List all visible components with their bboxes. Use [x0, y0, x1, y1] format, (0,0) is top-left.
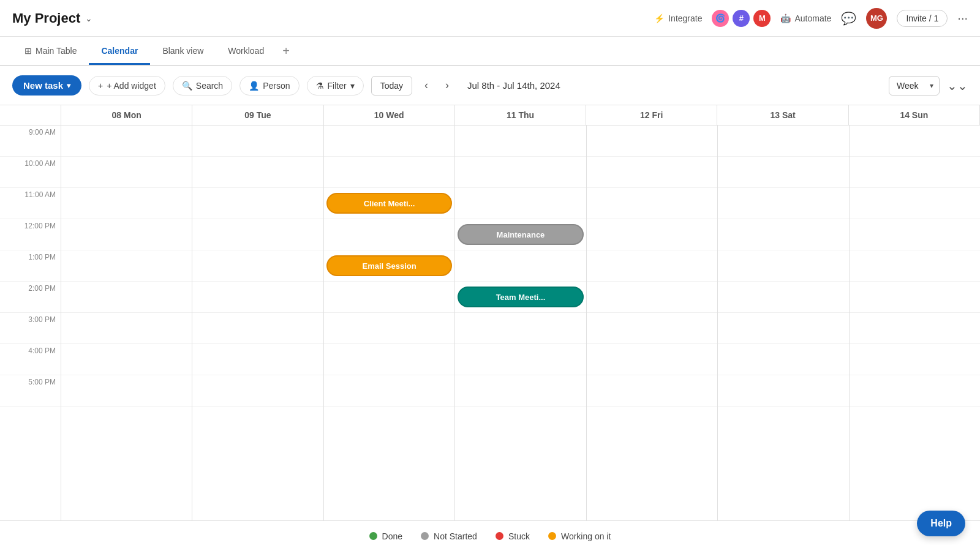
- cell-tue-1[interactable]: [192, 250, 323, 282]
- cell-sun-11[interactable]: [850, 188, 980, 219]
- cell-thu-12[interactable]: Maintenance: [455, 219, 586, 250]
- cell-thu-11[interactable]: [455, 188, 586, 219]
- event-client-meeting[interactable]: Client Meeti...: [326, 193, 452, 214]
- cell-sat-2[interactable]: [718, 282, 848, 313]
- cell-sun-5[interactable]: [850, 375, 980, 407]
- cell-wed-3[interactable]: [324, 313, 454, 344]
- comments-icon[interactable]: 💬: [841, 11, 856, 26]
- automate-button[interactable]: 🤖 Automate: [780, 13, 831, 23]
- filter-button[interactable]: ⚗ Filter ▾: [307, 76, 364, 96]
- cell-sun-12[interactable]: [850, 219, 980, 250]
- event-team-meeting[interactable]: Team Meeti...: [458, 287, 583, 307]
- next-week-button[interactable]: ›: [440, 76, 454, 95]
- cell-sat-9[interactable]: [718, 126, 848, 157]
- cell-sun-9[interactable]: [850, 126, 980, 157]
- cell-thu-10[interactable]: [455, 157, 586, 188]
- help-button[interactable]: Help: [917, 511, 965, 536]
- today-button[interactable]: Today: [371, 76, 412, 96]
- cell-mon-10[interactable]: [61, 157, 192, 188]
- cell-thu-4[interactable]: [455, 344, 586, 375]
- cell-tue-4[interactable]: [192, 344, 323, 375]
- event-email-session[interactable]: Email Session: [326, 255, 452, 276]
- person-button[interactable]: 👤 Person: [239, 76, 299, 96]
- integrate-button[interactable]: ⚡ Integrate: [654, 13, 702, 23]
- cell-wed-9[interactable]: [324, 126, 454, 157]
- cell-mon-3[interactable]: [61, 313, 192, 344]
- cell-sat-1[interactable]: [718, 250, 848, 282]
- day-col-thu[interactable]: Maintenance Team Meeti...: [455, 126, 586, 520]
- cell-tue-9[interactable]: [192, 126, 323, 157]
- cell-sat-11[interactable]: [718, 188, 848, 219]
- cell-wed-1[interactable]: Email Session: [324, 250, 454, 282]
- cell-thu-1[interactable]: [455, 250, 586, 282]
- cell-wed-10[interactable]: [324, 157, 454, 188]
- cell-mon-1[interactable]: [61, 250, 192, 282]
- cell-fri-4[interactable]: [587, 344, 717, 375]
- tab-workload[interactable]: Workload: [216, 39, 276, 65]
- cell-fri-3[interactable]: [587, 313, 717, 344]
- cell-thu-5[interactable]: [455, 375, 586, 407]
- cell-sun-4[interactable]: [850, 344, 980, 375]
- cell-sat-4[interactable]: [718, 344, 848, 375]
- cell-fri-2[interactable]: [587, 282, 717, 313]
- cell-fri-11[interactable]: [587, 188, 717, 219]
- cell-thu-3[interactable]: [455, 313, 586, 344]
- more-options-icon[interactable]: ···: [957, 11, 968, 25]
- prev-week-button[interactable]: ‹: [420, 76, 433, 95]
- cell-wed-2[interactable]: [324, 282, 454, 313]
- cell-fri-12[interactable]: [587, 219, 717, 250]
- cell-mon-9[interactable]: [61, 126, 192, 157]
- day-col-sun[interactable]: [850, 126, 980, 520]
- cell-fri-1[interactable]: [587, 250, 717, 282]
- integration-teams-icon[interactable]: #: [733, 10, 750, 27]
- invite-button[interactable]: Invite / 1: [897, 10, 948, 27]
- event-maintenance[interactable]: Maintenance: [458, 224, 583, 245]
- cell-sat-12[interactable]: [718, 219, 848, 250]
- tab-main-table[interactable]: ⊞ Main Table: [12, 39, 89, 65]
- cell-sun-10[interactable]: [850, 157, 980, 188]
- cell-mon-12[interactable]: [61, 219, 192, 250]
- tab-calendar[interactable]: Calendar: [89, 39, 150, 65]
- cell-sat-10[interactable]: [718, 157, 848, 188]
- cell-sun-2[interactable]: [850, 282, 980, 313]
- cell-sun-3[interactable]: [850, 313, 980, 344]
- cell-thu-2[interactable]: Team Meeti...: [455, 282, 586, 313]
- cell-mon-4[interactable]: [61, 344, 192, 375]
- search-button[interactable]: 🔍 Search: [173, 76, 232, 96]
- add-widget-button[interactable]: + + Add widget: [89, 76, 165, 96]
- cell-tue-2[interactable]: [192, 282, 323, 313]
- cell-mon-5[interactable]: [61, 375, 192, 407]
- cell-sun-1[interactable]: [850, 250, 980, 282]
- week-select[interactable]: Week Day Month: [889, 76, 940, 96]
- integration-slack-icon[interactable]: 🌀: [712, 10, 729, 27]
- cell-tue-3[interactable]: [192, 313, 323, 344]
- cell-mon-2[interactable]: [61, 282, 192, 313]
- cell-tue-11[interactable]: [192, 188, 323, 219]
- integration-gmail-icon[interactable]: M: [753, 10, 771, 27]
- day-col-mon[interactable]: [61, 126, 192, 520]
- cell-tue-10[interactable]: [192, 157, 323, 188]
- cell-fri-10[interactable]: [587, 157, 717, 188]
- working-on-it-dot: [548, 532, 556, 540]
- tab-blank-view[interactable]: Blank view: [150, 39, 216, 65]
- cell-wed-11[interactable]: Client Meeti...: [324, 188, 454, 219]
- project-chevron-icon[interactable]: ⌄: [85, 13, 92, 23]
- cell-sat-5[interactable]: [718, 375, 848, 407]
- collapse-button[interactable]: ⌄⌄: [947, 78, 968, 93]
- cell-wed-12[interactable]: [324, 219, 454, 250]
- add-tab-button[interactable]: +: [276, 37, 296, 66]
- day-col-sat[interactable]: [718, 126, 849, 520]
- cell-fri-5[interactable]: [587, 375, 717, 407]
- cell-tue-5[interactable]: [192, 375, 323, 407]
- cell-tue-12[interactable]: [192, 219, 323, 250]
- new-task-button[interactable]: New task ▾: [12, 75, 81, 96]
- cell-fri-9[interactable]: [587, 126, 717, 157]
- day-col-fri[interactable]: [587, 126, 718, 520]
- day-col-wed[interactable]: Client Meeti... Email Session: [324, 126, 455, 520]
- cell-sat-3[interactable]: [718, 313, 848, 344]
- cell-thu-9[interactable]: [455, 126, 586, 157]
- cell-wed-4[interactable]: [324, 344, 454, 375]
- day-col-tue[interactable]: [192, 126, 323, 520]
- cell-wed-5[interactable]: [324, 375, 454, 407]
- cell-mon-11[interactable]: [61, 188, 192, 219]
